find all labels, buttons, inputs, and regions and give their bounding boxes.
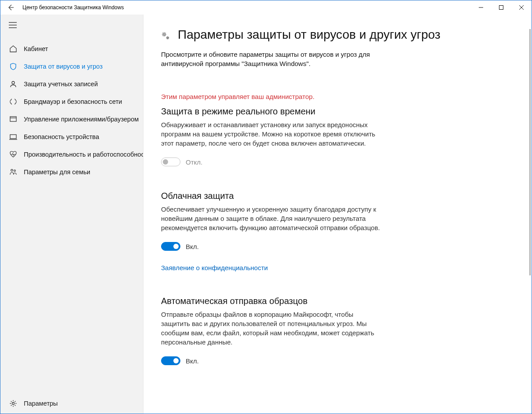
svg-point-14 [12, 403, 15, 405]
network-icon [9, 97, 18, 106]
sample-submission-toggle[interactable] [161, 356, 180, 365]
sidebar-item-firewall[interactable]: Брандмауэр и безопасность сети [0, 93, 143, 110]
svg-point-7 [12, 81, 15, 84]
window-title: Центр безопасности Защитника Windows [22, 4, 124, 11]
sidebar-item-settings[interactable]: Параметры [0, 393, 143, 414]
hamburger-button[interactable] [0, 15, 143, 36]
page-title: Параметры защиты от вирусов и других угр… [178, 27, 440, 43]
section-realtime-protection: Этим параметром управляет ваш администра… [161, 93, 381, 166]
svg-point-16 [167, 37, 168, 38]
toggle-state-label: Откл. [186, 158, 202, 166]
shield-icon [9, 62, 18, 71]
section-title: Автоматическая отправка образцов [161, 296, 381, 306]
sidebar-footer-label: Параметры [24, 400, 58, 407]
sidebar-item-label: Кабинет [24, 45, 48, 52]
section-sample-submission: Автоматическая отправка образцов Отправь… [161, 296, 381, 365]
page-header: Параметры защиты от вирусов и других угр… [161, 27, 507, 43]
maximize-button[interactable] [491, 0, 511, 15]
sidebar-item-account-protection[interactable]: Защита учетных записей [0, 75, 143, 93]
svg-point-13 [14, 170, 16, 172]
section-description: Обнаруживает и останавливает установку и… [161, 120, 381, 148]
sidebar-item-family[interactable]: Параметры для семьи [0, 163, 143, 181]
svg-point-12 [11, 169, 13, 171]
svg-rect-1 [499, 6, 503, 10]
sidebar-item-label: Защита учетных записей [24, 81, 98, 88]
app-browser-icon [9, 115, 18, 124]
minimize-button[interactable] [471, 0, 491, 15]
section-title: Защита в режиме реального времени [161, 106, 381, 117]
heart-icon [9, 150, 18, 159]
sidebar-item-label: Управление приложениями/браузером [24, 116, 139, 123]
section-description: Обеспечивает улучшенную и ускоренную защ… [161, 205, 381, 232]
toggle-state-label: Вкл. [186, 357, 199, 365]
sidebar-item-device-security[interactable]: Безопасность устройства [0, 128, 143, 146]
toggle-row: Вкл. [161, 356, 381, 365]
family-icon [9, 168, 18, 176]
privacy-statement-link[interactable]: Заявление о конфиденциальности [161, 264, 268, 271]
back-button[interactable] [0, 0, 21, 15]
section-title: Облачная защита [161, 191, 381, 201]
sidebar-item-home[interactable]: Кабинет [0, 40, 143, 58]
gears-icon [161, 27, 173, 43]
admin-managed-note: Этим параметром управляет ваш администра… [161, 93, 381, 100]
close-button[interactable] [511, 0, 532, 15]
sidebar-item-virus-protection[interactable]: Защита от вирусов и угроз [0, 58, 143, 75]
sidebar-item-label: Защита от вирусов и угроз [24, 63, 103, 70]
section-description: Отправьте образцы файлов в корпорацию Ма… [161, 310, 381, 347]
cloud-protection-toggle[interactable] [161, 242, 180, 251]
toggle-state-label: Вкл. [186, 243, 199, 250]
scrollbar-thumb[interactable] [529, 29, 531, 275]
device-icon [9, 132, 18, 141]
toggle-row: Вкл. [161, 242, 381, 251]
nav: Кабинет Защита от вирусов и угроз Защита… [0, 36, 143, 181]
sidebar-item-label: Производительность и работоспособность [24, 151, 143, 158]
realtime-protection-toggle [161, 158, 180, 166]
home-icon [9, 44, 18, 53]
titlebar: Центр безопасности Защитника Windows [0, 0, 532, 15]
sidebar-item-performance[interactable]: Производительность и работоспособность [0, 146, 143, 163]
sidebar-item-label: Безопасность устройства [24, 133, 99, 140]
gear-icon [9, 399, 18, 408]
toggle-row: Откл. [161, 158, 381, 166]
main-content: Параметры защиты от вирусов и других угр… [143, 15, 532, 414]
sidebar-item-label: Брандмауэр и безопасность сети [24, 98, 122, 105]
sidebar: Кабинет Защита от вирусов и угроз Защита… [0, 15, 143, 414]
svg-rect-10 [10, 135, 16, 139]
window-controls [471, 0, 532, 15]
person-icon [9, 80, 18, 88]
svg-point-15 [163, 33, 165, 35]
svg-rect-8 [10, 117, 16, 121]
section-cloud-protection: Облачная защита Обеспечивает улучшенную … [161, 191, 381, 271]
sidebar-item-app-browser[interactable]: Управление приложениями/браузером [0, 110, 143, 128]
page-subtitle: Просмотрите и обновите параметры защиты … [161, 50, 381, 68]
sidebar-item-label: Параметры для семьи [24, 169, 90, 176]
